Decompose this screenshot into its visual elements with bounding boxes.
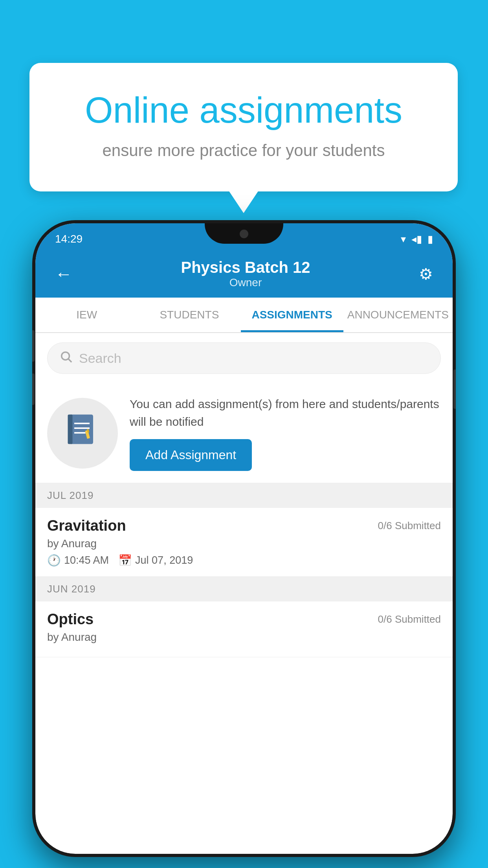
camera — [240, 230, 248, 238]
svg-rect-2 — [70, 415, 93, 444]
status-time: 14:29 — [55, 233, 83, 245]
settings-button[interactable]: ⚙ — [419, 265, 433, 283]
back-button[interactable]: ← — [55, 264, 72, 284]
assignment-name-optics: Optics — [47, 611, 94, 628]
search-icon — [59, 350, 73, 366]
assignment-item-optics[interactable]: Optics 0/6 Submitted by Anurag — [35, 601, 453, 657]
info-right: You can add assignment(s) from here and … — [130, 395, 441, 471]
tab-assignments[interactable]: ASSIGNMENTS — [241, 298, 343, 332]
phone-inner: 14:29 ▾ ◂▮ ▮ ← Physics Batch 12 Owner ⚙ … — [35, 223, 453, 854]
assignment-by-optics: by Anurag — [47, 631, 441, 644]
assignment-top: Gravitation 0/6 Submitted — [47, 517, 441, 534]
assignment-icon-circle — [47, 398, 118, 469]
status-icons: ▾ ◂▮ ▮ — [401, 233, 433, 245]
screen: 14:29 ▾ ◂▮ ▮ ← Physics Batch 12 Owner ⚙ … — [35, 223, 453, 854]
content: Search — [35, 333, 453, 657]
section-header-jun: JUN 2019 — [35, 577, 453, 601]
calendar-icon: 📅 — [118, 554, 132, 567]
info-text: You can add assignment(s) from here and … — [130, 395, 441, 430]
header-center: Physics Batch 12 Owner — [72, 259, 419, 289]
info-box: You can add assignment(s) from here and … — [35, 383, 453, 483]
signal-icon: ◂▮ — [411, 233, 422, 245]
svg-point-0 — [62, 352, 70, 360]
bubble-title: Online assignments — [61, 90, 426, 130]
search-bar[interactable]: Search — [47, 342, 441, 374]
meta-date: 📅 Jul 07, 2019 — [118, 554, 193, 567]
tab-announcements[interactable]: ANNOUNCEMENTS — [343, 298, 453, 332]
assignment-submitted: 0/6 Submitted — [378, 520, 441, 532]
side-button-vol-up — [32, 330, 35, 362]
app-header: ← Physics Batch 12 Owner ⚙ — [35, 250, 453, 298]
notch — [205, 223, 283, 244]
add-assignment-button[interactable]: Add Assignment — [130, 439, 252, 471]
assignment-top-optics: Optics 0/6 Submitted — [47, 611, 441, 628]
assignment-submitted-optics: 0/6 Submitted — [378, 613, 441, 625]
assignment-date: Jul 07, 2019 — [135, 554, 193, 566]
wifi-icon: ▾ — [401, 233, 406, 245]
side-button-vol-down — [32, 373, 35, 405]
tab-iew[interactable]: IEW — [35, 298, 138, 332]
assignment-meta: 🕐 10:45 AM 📅 Jul 07, 2019 — [47, 554, 441, 567]
tab-students[interactable]: STUDENTS — [138, 298, 240, 332]
notebook-icon — [65, 412, 100, 454]
clock-icon: 🕐 — [47, 554, 61, 567]
svg-line-1 — [68, 359, 72, 362]
assignment-name: Gravitation — [47, 517, 126, 534]
header-subtitle: Owner — [72, 276, 419, 289]
assignment-time: 10:45 AM — [64, 554, 109, 566]
bubble-subtitle: ensure more practice for your students — [61, 141, 426, 160]
assignment-item-gravitation[interactable]: Gravitation 0/6 Submitted by Anurag 🕐 10… — [35, 508, 453, 577]
side-button-right — [453, 370, 456, 409]
battery-icon: ▮ — [427, 233, 433, 245]
header-title: Physics Batch 12 — [72, 259, 419, 276]
search-placeholder: Search — [79, 351, 121, 366]
section-header-jul: JUL 2019 — [35, 483, 453, 508]
tabs: IEW STUDENTS ASSIGNMENTS ANNOUNCEMENTS — [35, 298, 453, 333]
svg-rect-3 — [68, 415, 73, 444]
assignment-by: by Anurag — [47, 537, 441, 550]
meta-time: 🕐 10:45 AM — [47, 554, 109, 567]
speech-bubble: Online assignments ensure more practice … — [29, 63, 458, 191]
phone-frame: 14:29 ▾ ◂▮ ▮ ← Physics Batch 12 Owner ⚙ … — [32, 220, 456, 857]
